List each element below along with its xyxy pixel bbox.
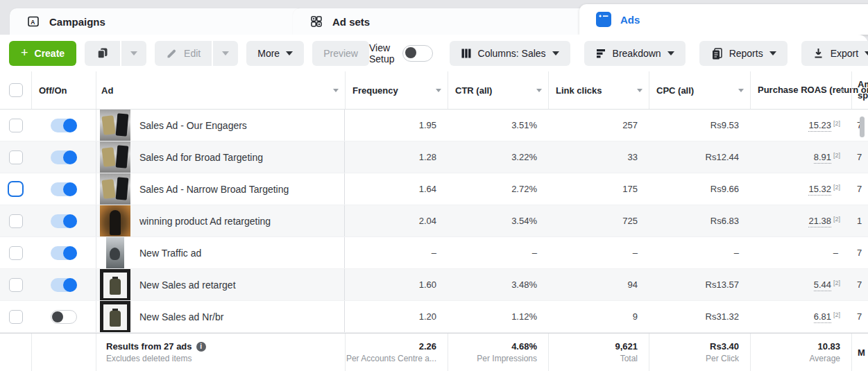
roas-value[interactable]: – — [833, 248, 838, 259]
on-off-toggle[interactable] — [51, 310, 77, 324]
more-button[interactable]: More — [246, 41, 304, 66]
column-header-off-on[interactable]: Off/On — [31, 71, 96, 109]
roas-footnote: [2] — [833, 279, 840, 286]
row-checkbox[interactable] — [9, 119, 23, 132]
ad-name-link[interactable]: Sales Ad for Broad Targeting — [139, 152, 263, 163]
toggle-knob — [63, 150, 77, 164]
table-row[interactable]: winning product Ad retargeting 2.04 3.54… — [0, 205, 868, 237]
tab-campaigns[interactable]: A Campaigns — [10, 8, 304, 35]
table-row[interactable]: New Traffic ad – – – – – 7 — [0, 237, 868, 269]
roas-value[interactable]: 21.38 — [808, 216, 831, 227]
row-checkbox[interactable] — [9, 246, 23, 260]
roas-cell: 15.23[2] — [750, 120, 851, 130]
ad-thumbnail[interactable] — [100, 301, 130, 332]
roas-value[interactable]: 8.91 — [814, 152, 831, 164]
summary-roas-cell: 10.83 Average — [750, 334, 851, 371]
svg-text:A: A — [31, 19, 35, 26]
toggle-knob — [63, 278, 77, 292]
roas-total: 10.83 — [817, 341, 840, 352]
create-button[interactable]: + Create — [9, 41, 76, 66]
sort-icon[interactable] — [536, 89, 542, 92]
view-setup-toggle[interactable] — [402, 45, 433, 62]
sort-icon[interactable] — [738, 89, 744, 92]
ads-icon — [596, 12, 611, 27]
column-header-amount-spent[interactable]: Amount spent — [851, 71, 868, 109]
view-setup-control: View Setup — [369, 42, 433, 64]
table-row[interactable]: Sales Ad for Broad Targeting 1.28 3.22% … — [0, 141, 868, 173]
ad-thumbnail[interactable] — [100, 269, 130, 300]
ad-thumbnail[interactable] — [100, 141, 130, 173]
edit-dropdown-button[interactable] — [213, 41, 238, 66]
summary-toggle-cell — [31, 334, 96, 371]
ad-name-link[interactable]: Sales Ad - Narrow Broad Targeting — [139, 184, 289, 195]
breakdown-button[interactable]: Breakdown — [584, 41, 686, 66]
ad-name-link[interactable]: New Sales ad retarget — [139, 279, 236, 291]
toggle-knob — [63, 246, 77, 260]
on-off-toggle[interactable] — [51, 119, 77, 132]
roas-value[interactable]: 5.44 — [814, 279, 831, 291]
table-row[interactable]: Sales Ad - Our Engagers 1.95 3.51% 257 R… — [0, 110, 868, 141]
sort-icon[interactable] — [840, 89, 845, 92]
duplicate-button[interactable] — [85, 41, 120, 66]
sort-icon[interactable] — [436, 89, 441, 92]
tab-adsets[interactable]: Ad sets — [293, 8, 593, 35]
column-header-frequency[interactable]: Frequency — [345, 71, 448, 109]
ads-panel: + Create Edit — [0, 35, 868, 371]
amount-spent-value: 7 — [851, 279, 868, 290]
columns-button[interactable]: Columns: Sales — [450, 41, 570, 66]
column-header-cpc[interactable]: CPC (all) — [649, 71, 750, 109]
duplicate-dropdown-button[interactable] — [121, 41, 146, 66]
column-header-roas[interactable]: Purchase ROAS (return on ad spend) — [750, 71, 851, 109]
on-off-toggle[interactable] — [51, 278, 77, 292]
on-off-toggle[interactable] — [51, 246, 77, 260]
sort-icon[interactable] — [637, 89, 643, 92]
export-button[interactable]: Export — [801, 41, 868, 66]
reports-button[interactable]: Reports — [699, 41, 788, 66]
cpc-total: Rs3.40 — [710, 341, 739, 352]
ad-thumbnail[interactable] — [100, 110, 130, 141]
ad-name-link[interactable]: New Sales ad Nr/br — [139, 311, 223, 322]
toggle-knob — [405, 47, 416, 58]
tab-ads[interactable]: Ads — [579, 4, 868, 35]
select-all-checkbox[interactable] — [9, 83, 23, 97]
row-checkbox[interactable] — [9, 278, 23, 292]
summary-results-cell: Results from 27 ads i Excludes deleted i… — [96, 334, 345, 371]
pencil-icon — [166, 47, 178, 59]
column-header-ad[interactable]: Ad — [96, 71, 345, 109]
ad-thumbnail[interactable] — [100, 205, 130, 236]
vertical-scrollbar-thumb[interactable] — [860, 117, 865, 137]
create-button-label: Create — [35, 48, 65, 59]
toggle-knob — [63, 182, 77, 196]
roas-value[interactable]: 6.81 — [814, 311, 831, 323]
row-checkbox[interactable] — [9, 150, 23, 164]
adsets-grid-icon — [309, 15, 323, 28]
table-row[interactable]: Sales Ad - Narrow Broad Targeting 1.64 2… — [0, 173, 868, 205]
on-off-toggle[interactable] — [51, 182, 77, 196]
table-row[interactable]: New Sales ad retarget 1.60 3.48% 94 Rs13… — [0, 269, 868, 301]
ad-name-link[interactable]: New Traffic ad — [139, 248, 201, 259]
ad-thumbnail[interactable] — [106, 237, 124, 268]
roas-value[interactable]: 15.32 — [808, 184, 831, 196]
row-checkbox[interactable] — [9, 214, 23, 228]
row-checkbox[interactable] — [9, 310, 23, 324]
edit-button[interactable]: Edit — [155, 41, 212, 66]
ad-name-link[interactable]: Sales Ad - Our Engagers — [139, 120, 247, 131]
preview-button[interactable]: Preview — [312, 41, 369, 66]
roas-value[interactable]: 15.23 — [808, 120, 831, 132]
ad-thumbnail[interactable] — [100, 173, 130, 205]
on-off-toggle[interactable] — [51, 150, 77, 164]
on-off-toggle[interactable] — [51, 214, 77, 228]
info-icon[interactable]: i — [196, 342, 206, 352]
sort-icon[interactable] — [333, 89, 339, 92]
column-header-link-clicks[interactable]: Link clicks — [548, 71, 649, 109]
ad-name-link[interactable]: winning product Ad retargeting — [139, 216, 271, 227]
column-header-ctr[interactable]: CTR (all) — [448, 71, 548, 109]
ad-cell: winning product Ad retargeting — [96, 205, 345, 236]
link-clicks-total-label: Total — [620, 354, 638, 363]
ad-header-label: Ad — [101, 85, 113, 96]
table-row[interactable]: New Sales ad Nr/br 1.20 1.12% 9 Rs31.32 … — [0, 301, 868, 333]
roas-footnote: [2] — [833, 184, 840, 191]
row-toggle-cell — [31, 310, 96, 324]
row-checkbox[interactable] — [8, 181, 24, 197]
toggle-knob — [63, 214, 77, 228]
